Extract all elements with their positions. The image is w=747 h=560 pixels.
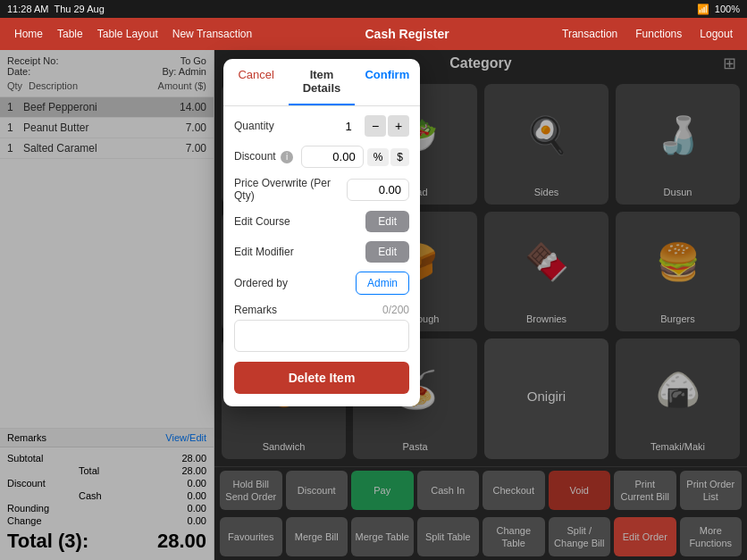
discount-info-icon[interactable]: i (281, 151, 293, 163)
modal-cancel-tab[interactable]: Cancel (223, 59, 289, 105)
nav-title: Cash Register (365, 27, 449, 41)
wifi-icon: 📶 (697, 4, 709, 15)
modal-confirm-tab[interactable]: Confirm (355, 59, 420, 105)
discount-percent-button[interactable]: % (367, 148, 390, 166)
nav-new-transaction[interactable]: New Transaction (167, 24, 257, 44)
remarks-count: 0/200 (382, 304, 409, 316)
quantity-label: Quantity (234, 120, 338, 132)
discount-dollar-button[interactable]: $ (390, 148, 409, 166)
edit-modifier-button[interactable]: Edit (365, 241, 409, 263)
status-time: 11:28 AM (7, 4, 48, 14)
modal-item-details-tab[interactable]: Item Details (289, 59, 354, 105)
nav-transaction[interactable]: Transaction (557, 24, 623, 44)
discount-label: Discount i (234, 150, 301, 163)
discount-row: Discount i % $ (234, 146, 409, 168)
remarks-modal-section: Remarks 0/200 (234, 304, 409, 355)
nav-logout[interactable]: Logout (694, 24, 738, 44)
edit-modifier-row: Edit Modifier Edit (234, 241, 409, 263)
nav-table-layout[interactable]: Table Layout (92, 24, 164, 44)
edit-course-button[interactable]: Edit (365, 211, 409, 232)
discount-input[interactable] (301, 146, 364, 168)
nav-bar: Home Table Table Layout New Transaction … (0, 18, 747, 50)
edit-course-row: Edit Course Edit (234, 211, 409, 232)
edit-course-label: Edit Course (234, 215, 365, 228)
quantity-controls: − + (365, 115, 409, 137)
item-details-modal: Cancel Item Details Confirm Quantity 1 −… (223, 59, 420, 406)
remarks-textarea[interactable] (234, 320, 409, 352)
price-overwrite-row: Price Overwrite (Per Qty) (234, 177, 409, 202)
ordered-by-label: Ordered by (234, 277, 356, 289)
ordered-by-row: Ordered by Admin (234, 272, 409, 295)
battery-status: 100% (715, 4, 740, 14)
delete-item-button[interactable]: Delete Item (234, 362, 409, 394)
quantity-row: Quantity 1 − + (234, 115, 409, 137)
remarks-modal-label: Remarks (234, 304, 277, 316)
nav-table[interactable]: Table (52, 24, 88, 44)
quantity-decrease-button[interactable]: − (365, 115, 386, 137)
nav-functions[interactable]: Functions (630, 24, 687, 44)
status-day: Thu 29 Aug (54, 4, 104, 14)
nav-left: Home Table Table Layout New Transaction (9, 24, 257, 44)
price-overwrite-label: Price Overwrite (Per Qty) (234, 177, 347, 202)
modal-overlay: Cancel Item Details Confirm Quantity 1 −… (0, 50, 747, 560)
status-bar: 11:28 AM Thu 29 Aug 📶 100% (0, 0, 747, 18)
edit-modifier-label: Edit Modifier (234, 246, 365, 258)
price-overwrite-input[interactable] (347, 179, 409, 201)
quantity-value: 1 (338, 120, 359, 133)
ordered-by-button[interactable]: Admin (356, 272, 409, 295)
nav-right: Transaction Functions Logout (557, 24, 738, 44)
quantity-increase-button[interactable]: + (388, 115, 409, 137)
modal-body: Quantity 1 − + Discount i % $ (223, 106, 420, 406)
modal-tab-bar: Cancel Item Details Confirm (223, 59, 420, 106)
discount-unit-buttons: % $ (367, 148, 409, 166)
nav-home[interactable]: Home (9, 24, 48, 44)
